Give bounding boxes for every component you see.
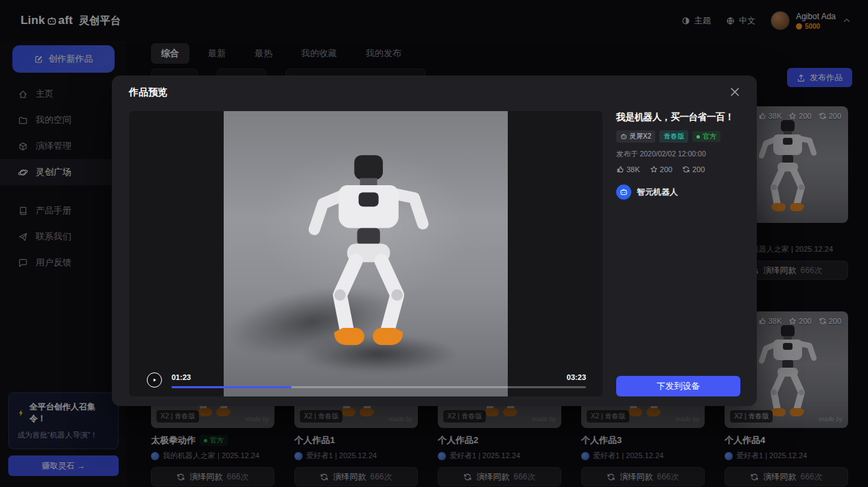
official-badge: 官方 [692,131,720,142]
author-name: 智元机器人 [637,187,678,198]
video-frame [224,111,508,396]
share-icon [682,165,690,174]
author-avatar [616,185,631,200]
progress-area: 01:23 03:23 [172,373,586,388]
player-controls: 01:23 03:23 [147,372,586,388]
model-badge-label: 灵犀X2 [629,132,651,141]
star-count: 200 [660,165,672,174]
official-dot-icon [696,135,700,139]
publish-date: 发布于 2020/02/02 12:00:00 [616,150,740,159]
robot-figure [280,150,451,364]
model-badge: 灵犀X2 [616,130,655,143]
modal-title: 作品预览 [129,86,167,99]
time-row: 01:23 03:23 [172,373,586,381]
like-count: 38K [626,165,640,174]
official-label: 官方 [703,132,716,141]
work-preview-modal: 作品预览 01:23 03:23 我是机器人，买一台省一百！ [112,75,757,406]
work-badges: 灵犀X2 青春版 官方 [616,130,740,143]
like-stat[interactable]: 38K [616,165,640,174]
share-count: 200 [692,165,705,174]
star-icon [650,165,658,174]
work-title: 我是机器人，买一台省一百！ [616,111,740,123]
share-stat[interactable]: 200 [682,165,705,174]
play-icon [151,377,158,383]
edition-badge: 青春版 [659,130,688,143]
current-time: 01:23 [172,373,191,381]
video-player[interactable]: 01:23 03:23 [129,111,602,396]
robot-head-icon [620,188,628,196]
total-time: 03:23 [567,373,586,381]
progress-fill [172,386,292,388]
send-to-device-button[interactable]: 下发到设备 [616,376,740,396]
work-info-panel: 我是机器人，买一台省一百！ 灵犀X2 青春版 官方 发布于 2020/02/02… [616,111,740,396]
play-button[interactable] [147,372,162,388]
progress-bar[interactable] [172,386,586,388]
close-icon[interactable] [728,85,742,99]
author-row[interactable]: 智元机器人 [616,185,740,200]
work-stats: 38K 200 200 [616,165,740,174]
star-stat[interactable]: 200 [650,165,672,174]
like-icon [616,165,624,174]
robot-head-icon [620,133,627,140]
